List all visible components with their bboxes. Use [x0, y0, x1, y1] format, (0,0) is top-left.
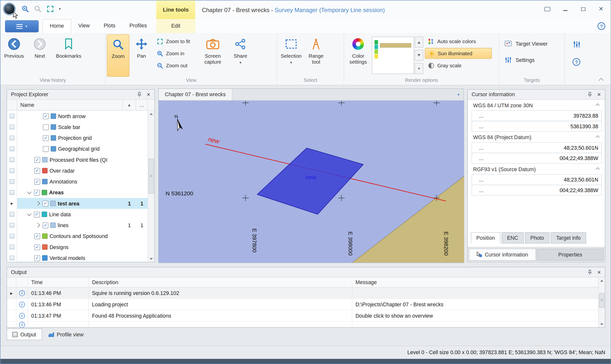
- tab-profiles[interactable]: Profiles: [122, 19, 154, 33]
- colormap-preview[interactable]: [372, 37, 424, 74]
- checkbox[interactable]: [34, 157, 40, 163]
- tree-item-designs[interactable]: Designs: [7, 242, 154, 253]
- close-window-icon[interactable]: [594, 4, 608, 14]
- tree-item-processed-point-files[interactable]: Processed Point files (QI: [7, 154, 154, 165]
- tab-plots[interactable]: Plots: [97, 19, 122, 33]
- scroll-down-icon[interactable]: [148, 255, 154, 262]
- column-name[interactable]: Name: [17, 100, 123, 110]
- tab-cursor-information[interactable]: Cursor information: [469, 249, 536, 261]
- gray-scale-button[interactable]: Gray scale: [425, 60, 492, 71]
- target-viewer-button[interactable]: Target Viewer: [500, 37, 563, 50]
- expander-icon[interactable]: [26, 191, 32, 194]
- tree-item-over-radar[interactable]: Over radar: [7, 165, 154, 176]
- zoom-previous-icon[interactable]: [21, 5, 29, 13]
- targets-settings-button[interactable]: Settings: [500, 53, 563, 67]
- scroll-up-icon[interactable]: [148, 111, 154, 117]
- checkbox[interactable]: [42, 200, 48, 206]
- selection-button[interactable]: Selection: [278, 34, 304, 77]
- collapse-section-icon[interactable]: [595, 135, 600, 140]
- pin-icon[interactable]: [136, 91, 143, 98]
- tree-item-lines[interactable]: lines11: [7, 220, 154, 231]
- checkbox[interactable]: [43, 135, 49, 141]
- checkbox[interactable]: [34, 168, 40, 174]
- column-message[interactable]: Message: [352, 277, 598, 287]
- tab-properties[interactable]: Properties: [537, 249, 604, 261]
- datum-section-header[interactable]: WGS 84 / UTM zone 30N: [468, 100, 605, 110]
- table-header[interactable]: Time Description Message: [7, 277, 605, 288]
- tree-item-contours[interactable]: Contours and Spotsound: [7, 231, 154, 241]
- pan-button[interactable]: Pan: [130, 34, 153, 77]
- restore-icon[interactable]: [576, 4, 590, 14]
- tree-item-vertical-models[interactable]: Vertical models: [7, 253, 154, 262]
- scrollbar-thumb[interactable]: [599, 293, 604, 308]
- range-tool-button[interactable]: Range tool: [305, 34, 328, 77]
- spinner-down-icon[interactable]: [415, 50, 423, 61]
- log-row[interactable]: [7, 322, 605, 328]
- column-description[interactable]: Description: [89, 277, 352, 287]
- tab-photo[interactable]: Photo: [525, 232, 550, 244]
- checkbox[interactable]: [34, 190, 40, 196]
- close-icon[interactable]: [145, 91, 152, 98]
- tree-item-projection-grid[interactable]: Projection grid: [7, 132, 154, 143]
- datum-section-header[interactable]: RGF93 v1 (Source Datum): [468, 164, 605, 175]
- tab-home[interactable]: Home: [42, 19, 71, 33]
- checkbox[interactable]: [43, 146, 49, 152]
- tree-item-test-area[interactable]: test area11: [7, 198, 154, 209]
- scrollbar-thumb[interactable]: [148, 159, 154, 194]
- map-canvas[interactable]: new new N 5361200 E 397800 E 398000 E 39…: [159, 101, 464, 263]
- tree-item-north-arrow[interactable]: North arrow: [7, 111, 154, 122]
- expander-icon[interactable]: [26, 213, 32, 216]
- collapse-section-icon[interactable]: [595, 167, 600, 171]
- scroll-down-icon[interactable]: [599, 321, 605, 327]
- map-tab[interactable]: Chapter 07 - Brest wrecks: [159, 89, 232, 100]
- tree-item-scale-bar[interactable]: Scale bar: [7, 122, 154, 132]
- tree-item-areas[interactable]: Areas: [7, 187, 154, 198]
- auto-scale-colors-button[interactable]: Auto scale colors: [425, 36, 492, 47]
- tab-target-info[interactable]: Target info: [551, 232, 586, 244]
- spinner-up-icon[interactable]: [415, 37, 423, 48]
- pin-icon[interactable]: [586, 91, 593, 98]
- help-icon[interactable]: [573, 58, 580, 66]
- tab-view[interactable]: View: [71, 19, 97, 33]
- colormap-dropdown-icon[interactable]: [415, 63, 423, 74]
- expander-icon[interactable]: [35, 224, 40, 227]
- help-icon[interactable]: [597, 22, 605, 30]
- tab-output[interactable]: Output: [7, 328, 42, 340]
- screen-capture-button[interactable]: Screen capture: [198, 34, 228, 77]
- column-more[interactable]: …: [136, 100, 148, 110]
- pin-icon[interactable]: [586, 269, 593, 275]
- tab-profile-view[interactable]: Profile view: [43, 328, 89, 340]
- tab-edit[interactable]: Edit: [156, 19, 195, 33]
- tab-position[interactable]: Position: [471, 232, 500, 244]
- minimize-icon[interactable]: [558, 4, 572, 14]
- log-row[interactable]: 01:13:47 PM Found 48 Processing Applicat…: [7, 310, 605, 322]
- next-button[interactable]: Next: [27, 34, 52, 77]
- sun-illuminated-button[interactable]: Sun illuminated: [425, 48, 492, 59]
- zoom-extents-icon[interactable]: [46, 5, 54, 13]
- zoom-next-icon[interactable]: [34, 5, 42, 13]
- checkbox[interactable]: [34, 211, 40, 217]
- checkbox[interactable]: [42, 222, 48, 228]
- zoom-in-button[interactable]: Zoom in: [154, 48, 197, 59]
- tree-item-line-data[interactable]: Line data: [7, 209, 154, 220]
- log-row[interactable]: ▸ 01:13:46 PM Squire is running version …: [7, 288, 605, 299]
- checkbox[interactable]: [34, 233, 40, 239]
- tree-column-header[interactable]: Name ▲ …: [7, 100, 154, 110]
- display-options-icon[interactable]: [573, 40, 581, 49]
- tab-enc[interactable]: ENC: [502, 232, 524, 244]
- datum-section-header[interactable]: WGS 84 (Project Datum): [468, 132, 605, 143]
- colormap-preview-box[interactable]: [372, 37, 414, 74]
- checkbox[interactable]: [34, 244, 40, 250]
- checkbox[interactable]: [43, 113, 49, 119]
- sort-ascending-icon[interactable]: ▲: [123, 100, 136, 110]
- bookmarks-button[interactable]: Bookmarks: [53, 34, 84, 77]
- zoom-out-button[interactable]: Zoom out: [154, 60, 197, 71]
- zoom-to-fit-button[interactable]: Zoom to fit: [154, 36, 197, 47]
- scrollbar-vertical[interactable]: [598, 277, 605, 327]
- checkbox[interactable]: [34, 179, 40, 184]
- tree-item-annotations[interactable]: Annotations: [7, 176, 154, 187]
- previous-button[interactable]: Previous: [1, 34, 26, 77]
- expander-icon[interactable]: [35, 202, 40, 205]
- color-settings-button[interactable]: Color settings: [345, 34, 371, 77]
- scroll-up-icon[interactable]: [599, 277, 605, 284]
